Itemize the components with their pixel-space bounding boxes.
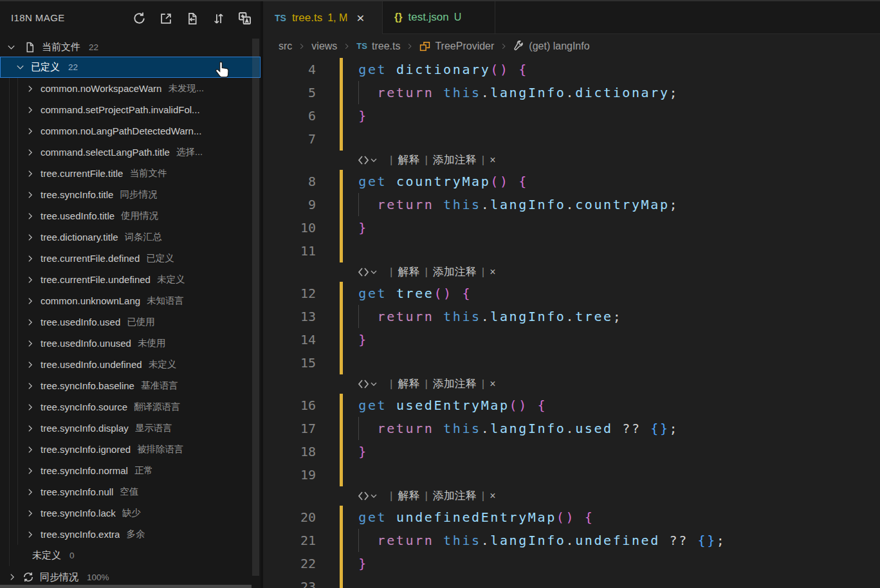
tree-item-entry[interactable]: common.noLangPathDetectedWarn... [0,120,261,142]
code-line[interactable]: 14 } [263,328,880,351]
tree-group-defined-selected[interactable]: 已定义 22 [0,57,261,78]
codelens-code-icon[interactable] [357,266,379,278]
chevron-right-icon[interactable] [26,424,35,433]
tree-item-entry[interactable]: tree.currentFile.undefined未定义 [0,269,261,290]
chevron-right-icon[interactable] [8,573,17,582]
tree-item-entry[interactable]: tree.syncInfo.null空值 [0,481,261,502]
tree-item-entry[interactable]: tree.syncInfo.ignored被排除语言 [0,439,261,460]
tree-item-entry[interactable]: common.unknownLang未知语言 [0,290,261,311]
explain-button[interactable]: 解释 [398,262,419,282]
code-line[interactable]: 11 [263,239,880,262]
breadcrumb-getter[interactable]: (get) langInfo [513,41,589,52]
add-comment-button[interactable]: 添加注释 [433,486,477,506]
tree-item-entry[interactable]: tree.syncInfo.source翻译源语言 [0,396,261,418]
chevron-right-icon[interactable] [26,509,35,518]
tree-item-entry[interactable]: tree.usedInfo.unused未使用 [0,333,261,354]
tree-item-entry[interactable]: tree.currentFile.defined已定义 [0,248,261,269]
code-line[interactable]: 9 return this.langInfo.countryMap; [263,193,880,216]
add-comment-button[interactable]: 添加注释 [433,374,477,394]
code-line[interactable]: 16 get usedEntryMap() { [263,394,880,417]
codelens-code-icon[interactable] [357,154,379,166]
import-file-icon[interactable] [184,10,200,26]
close-icon[interactable]: × [490,151,495,170]
tree-item-entry[interactable]: tree.syncInfo.title同步情况 [0,184,261,205]
code-line[interactable]: 19 [263,463,880,486]
code-line[interactable]: 4 get dictionary() { [263,58,880,81]
explain-button[interactable]: 解释 [398,374,419,394]
close-icon[interactable]: × [490,486,495,506]
chevron-right-icon[interactable] [26,297,35,306]
codelens-code-icon[interactable] [357,378,379,390]
code-line[interactable]: 12 get tree() { [263,282,880,305]
tree-item-entry[interactable]: tree.syncInfo.lack缺少 [0,502,261,524]
chevron-right-icon[interactable] [26,466,35,475]
tree-item-entry[interactable]: tree.syncInfo.normal正常 [0,460,261,481]
sidebar-vertical-scrollbar[interactable] [252,39,259,576]
code-line[interactable]: 22 } [263,552,880,575]
code-line[interactable]: 5 return this.langInfo.dictionary; [263,81,880,104]
tree-item-entry[interactable]: command.setProjectPath.invalidFol... [0,99,261,120]
chevron-right-icon[interactable] [26,360,35,369]
tree-item-entry[interactable]: command.selectLangPath.title选择... [0,142,261,163]
code-line[interactable]: 15 [263,351,880,374]
chevron-right-icon[interactable] [26,212,35,221]
chevron-right-icon[interactable] [26,403,35,412]
tab-tree-ts[interactable]: TS tree.ts 1, M × [263,0,383,34]
explain-button[interactable]: 解释 [398,151,419,170]
code-line[interactable]: 6 } [263,104,880,127]
code-line[interactable]: 8 get countryMap() { [263,170,880,193]
chevron-right-icon[interactable] [26,106,35,115]
chevron-right-icon[interactable] [26,530,35,539]
tree-item-entry[interactable]: tree.syncInfo.extra多余 [0,524,261,545]
tree-item-entry[interactable]: tree.syncInfo.display显示语言 [0,418,261,439]
tree-item-entry[interactable]: tree.usedInfo.used已使用 [0,311,261,333]
explain-button[interactable]: 解释 [398,486,419,506]
chevron-right-icon[interactable] [26,84,35,93]
code-line[interactable]: 20 get undefinedEntryMap() { [263,506,880,529]
code-line[interactable]: 18 } [263,440,880,463]
chevron-right-icon[interactable] [26,127,35,136]
code-line[interactable]: 10 } [263,216,880,239]
close-icon[interactable]: × [356,11,364,24]
chevron-right-icon[interactable] [26,445,35,454]
tab-test-json[interactable]: {} test.json U [383,0,495,34]
sidebar-horizontal-scrollbar[interactable] [0,585,252,588]
chevron-right-icon[interactable] [26,190,35,199]
close-icon[interactable]: × [490,374,495,394]
tree-item-entry[interactable]: tree.syncInfo.baseline基准语言 [0,375,261,396]
chevron-right-icon[interactable] [26,318,35,327]
tree-item-entry[interactable]: tree.usedInfo.undefined未定义 [0,354,261,375]
code-line[interactable]: 7 [263,127,880,151]
breadcrumb-views[interactable]: views [311,41,337,52]
breadcrumb-class[interactable]: TreeProvider [419,41,494,52]
chevron-right-icon[interactable] [26,275,35,284]
sidebar-editor-divider[interactable] [261,0,263,588]
tree-item-entry[interactable]: common.noWorkspaceWarn未发现... [0,78,261,99]
add-comment-button[interactable]: 添加注释 [433,262,477,282]
breadcrumb-file[interactable]: TS tree.ts [356,41,400,52]
tree-item-entry[interactable]: tree.currentFile.title当前文件 [0,163,261,184]
refresh-icon[interactable] [131,10,147,26]
sort-icon[interactable] [210,10,226,26]
chevron-down-icon[interactable] [6,42,16,52]
codelens-code-icon[interactable] [357,490,379,502]
code-line[interactable]: 17 return this.langInfo.used ?? {}; [263,417,880,440]
open-external-icon[interactable] [158,10,174,26]
chevron-right-icon[interactable] [26,254,35,263]
translate-icon[interactable] [237,10,253,26]
chevron-right-icon[interactable] [26,148,35,157]
tree-group-undefined[interactable]: 未定义 0 [0,545,261,566]
code-line[interactable]: 21 return this.langInfo.undefined ?? {}; [263,529,880,552]
chevron-right-icon[interactable] [26,169,35,178]
chevron-right-icon[interactable] [26,381,35,390]
code-editor[interactable]: 4 get dictionary() {5 return this.langIn… [263,58,880,588]
chevron-right-icon[interactable] [26,339,35,348]
code-line[interactable]: 23 [263,575,880,588]
code-line[interactable]: 13 return this.langInfo.tree; [263,305,880,328]
add-comment-button[interactable]: 添加注释 [433,151,477,170]
breadcrumb-src[interactable]: src [279,41,292,52]
tree-root-current-file[interactable]: 当前文件 22 [0,37,261,57]
chevron-right-icon[interactable] [26,233,35,242]
tree-item-entry[interactable]: tree.usedInfo.title使用情况 [0,205,261,226]
chevron-down-icon[interactable] [15,62,25,72]
